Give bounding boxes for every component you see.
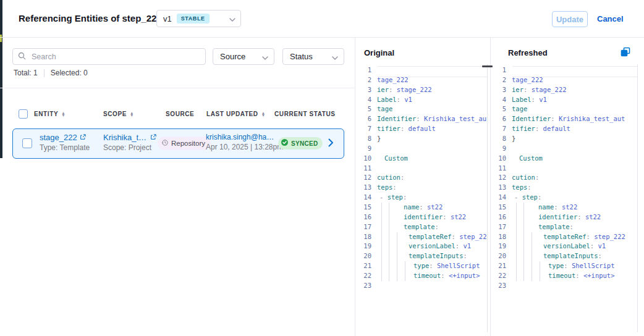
- line-number: 9: [490, 144, 509, 154]
- indent-guide: [397, 271, 397, 281]
- code-line: 8}: [490, 134, 637, 144]
- column-header-last-updated[interactable]: LAST UPDATED ▲▼: [206, 111, 266, 117]
- page-title: Referencing Entities of step_222: [19, 13, 162, 23]
- indent-guide: [532, 251, 532, 261]
- code-text: teps:: [509, 183, 637, 193]
- select-all-checkbox[interactable]: [19, 109, 28, 119]
- search-box[interactable]: [12, 48, 206, 65]
- code-text: Label: v1: [375, 95, 487, 105]
- code-text: Custom: [375, 154, 487, 164]
- indent-guide: [516, 251, 517, 261]
- indent-guide: [381, 261, 382, 271]
- line-number: 23: [355, 281, 375, 291]
- line-number: 22: [490, 271, 509, 281]
- code-line: 15name: st22: [490, 203, 637, 212]
- indent-guide: [532, 232, 532, 242]
- code-line: 22timeout: <+input>: [355, 271, 487, 281]
- sort-icon[interactable]: ▲▼: [261, 112, 266, 117]
- line-number: 16: [355, 212, 375, 222]
- indent-guide: [516, 271, 517, 281]
- code-text: versionLabel: v1: [375, 242, 487, 251]
- code-text: name: st22: [375, 203, 487, 212]
- sort-icon[interactable]: ▲▼: [61, 112, 66, 117]
- sort-icon[interactable]: ▲▼: [130, 112, 134, 117]
- background-nav-strip: [0, 0, 2, 158]
- updated-at: Apr 10, 2025 | 13:28pm: [206, 143, 283, 151]
- refreshed-code[interactable]: 12tage_2223ier: stage_2224Label: v15tage…: [490, 65, 637, 292]
- code-text: ier: stage_222: [509, 85, 637, 95]
- code-text: identifier: st22: [375, 212, 487, 222]
- code-text: [509, 65, 637, 75]
- original-code[interactable]: 12tage_2223ier: stage_2224Label: v15tage…: [355, 65, 487, 292]
- line-number: 23: [490, 281, 509, 291]
- indent-guide: [389, 232, 389, 242]
- source-filter-dropdown[interactable]: Source: [213, 48, 274, 65]
- source-filter-label: Source: [220, 52, 245, 61]
- version-label: v1: [163, 14, 172, 23]
- row-checkbox[interactable]: [22, 138, 32, 148]
- indent-guide: [516, 261, 517, 271]
- status-filter-dropdown[interactable]: Status: [282, 48, 344, 65]
- code-line: 4Label: v1: [490, 95, 637, 105]
- code-text: [509, 281, 637, 291]
- code-line: 10Custom: [355, 154, 487, 164]
- entity-link[interactable]: stage_222: [40, 133, 90, 142]
- code-line: 13teps:: [490, 183, 637, 193]
- indent-guide: [389, 222, 389, 232]
- code-line: 5tage: [490, 104, 637, 114]
- code-line: 6Identifier: Krishika_test_aut: [490, 114, 637, 124]
- line-number: 12: [355, 173, 375, 183]
- line-number: 18: [355, 232, 375, 242]
- code-line: 9: [490, 144, 637, 154]
- code-line: 23: [490, 281, 637, 291]
- indent-guide: [516, 212, 517, 222]
- line-number: 15: [355, 203, 375, 212]
- external-link-icon[interactable]: [80, 133, 86, 142]
- line-number: 17: [490, 222, 509, 232]
- indent-guide: [389, 212, 389, 222]
- code-text: type: ShellScript: [509, 261, 637, 271]
- scope-sub: Scope: Project: [103, 143, 156, 152]
- line-number: 10: [490, 154, 509, 164]
- column-header-scope[interactable]: SCOPE ▲▼: [103, 111, 134, 117]
- code-text: Identifier: Krishika_test_aut: [509, 114, 637, 124]
- column-label: LAST UPDATED: [206, 111, 258, 117]
- chevron-down-icon: [332, 51, 338, 62]
- scope-link[interactable]: Krishika_test_au...: [103, 133, 156, 142]
- code-line: 5tage: [355, 104, 487, 114]
- code-text: - step:: [509, 193, 637, 203]
- totals-separator: [44, 69, 44, 77]
- code-line: 12cution:: [490, 173, 637, 183]
- indent-guide: [523, 212, 524, 222]
- indent-guide: [405, 261, 405, 271]
- indent-guide: [389, 242, 389, 251]
- update-button[interactable]: Update: [552, 11, 588, 27]
- updated-by-link[interactable]: krishika.singh@harnes...: [206, 133, 276, 141]
- code-text: timeout: <+input>: [375, 271, 487, 281]
- cancel-button[interactable]: Cancel: [597, 14, 624, 23]
- chevron-right-icon[interactable]: [328, 138, 334, 149]
- code-line: 1: [490, 65, 637, 75]
- line-number: 3: [355, 85, 375, 95]
- scope-name: Krishika_test_au...: [103, 133, 148, 142]
- code-text: templateInputs:: [509, 251, 637, 261]
- external-link-icon[interactable]: [150, 133, 156, 142]
- code-text: tage_222: [509, 75, 637, 85]
- code-line: 7tifier: default: [355, 124, 487, 134]
- copy-icon[interactable]: [620, 46, 631, 60]
- line-number: 2: [355, 75, 375, 85]
- line-number: 21: [355, 261, 375, 271]
- column-header-entity[interactable]: ENTITY ▲▼: [34, 111, 66, 117]
- code-text: tifier: default: [375, 124, 487, 134]
- indent-guide: [397, 232, 397, 242]
- line-number: 7: [355, 124, 375, 134]
- code-text: template:: [509, 222, 637, 232]
- version-select[interactable]: v1 STABLE: [156, 10, 241, 27]
- line-number: 18: [490, 232, 509, 242]
- indent-guide: [405, 271, 405, 281]
- line-number: 6: [490, 114, 509, 124]
- line-number: 22: [355, 271, 375, 281]
- search-input[interactable]: [30, 52, 200, 62]
- code-text: Custom: [509, 154, 637, 164]
- line-number: 10: [355, 154, 375, 164]
